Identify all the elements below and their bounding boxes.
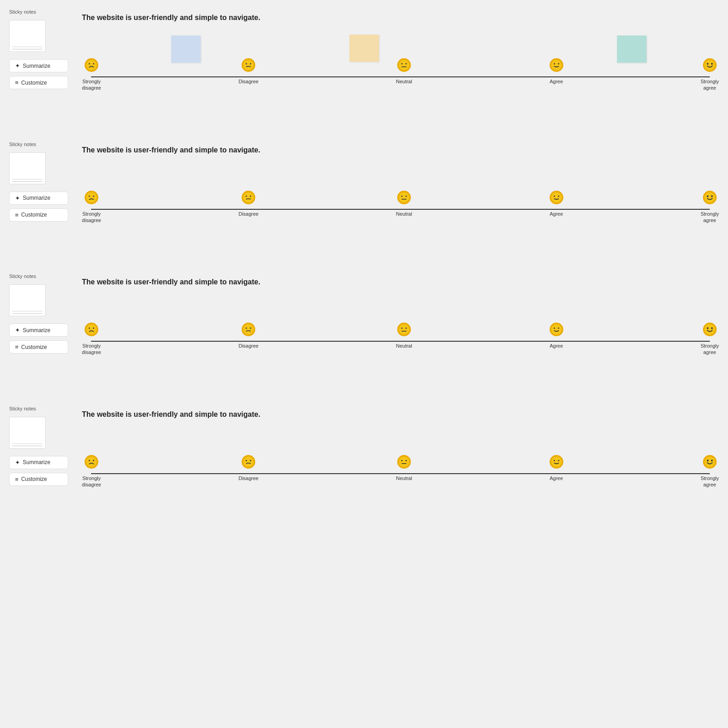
svg-point-23	[405, 195, 407, 197]
svg-point-28	[707, 195, 708, 197]
emoji-face-5	[703, 58, 717, 72]
scale-label-4: Agree	[550, 343, 563, 349]
customize-button[interactable]: ≡Customize	[9, 473, 68, 486]
emoji-face-1	[85, 191, 98, 204]
svg-point-6	[399, 60, 410, 71]
sticky-note-3[interactable]	[617, 35, 647, 63]
sidebar: Sticky notes✦Summarize≡Customize	[9, 273, 68, 354]
svg-point-14	[711, 63, 713, 65]
sticky-note-1[interactable]	[171, 35, 201, 63]
svg-point-25	[554, 195, 555, 197]
customize-button[interactable]: ≡Customize	[9, 76, 68, 89]
scale-point-1[interactable]: Strongly disagree	[82, 323, 101, 356]
scale-point-3[interactable]: Neutral	[396, 323, 412, 356]
svg-point-2	[93, 63, 94, 65]
svg-point-35	[250, 328, 251, 329]
customize-label: Customize	[21, 212, 47, 218]
customize-label: Customize	[21, 476, 47, 482]
summarize-button[interactable]: ✦Summarize	[9, 456, 68, 469]
scale-point-2[interactable]: Disagree	[238, 323, 258, 356]
svg-point-53	[405, 460, 407, 461]
summarize-button[interactable]: ✦Summarize	[9, 59, 68, 72]
summarize-button[interactable]: ✦Summarize	[9, 192, 68, 205]
scale-point-5[interactable]: Strongly agree	[701, 323, 719, 356]
scale-label-1: Strongly disagree	[82, 78, 101, 91]
scale-points: Strongly disagreeDisagreeNeutralAgreeStr…	[82, 191, 719, 224]
scale-point-3[interactable]: Neutral	[396, 455, 412, 488]
scale-point-2[interactable]: Disagree	[238, 191, 258, 224]
scale-point-3[interactable]: Neutral	[396, 58, 412, 91]
svg-point-57	[704, 456, 715, 467]
scale-label-4: Agree	[550, 78, 563, 85]
svg-point-19	[246, 195, 247, 197]
svg-point-8	[405, 63, 407, 65]
svg-point-47	[93, 460, 94, 461]
emoji-face-1	[85, 323, 98, 336]
svg-point-59	[711, 460, 713, 461]
question-title: The website is user-friendly and simple …	[82, 146, 719, 154]
scale-point-4[interactable]: Agree	[550, 58, 563, 91]
emoji-face-3	[397, 191, 411, 204]
scale-label-4: Agree	[550, 211, 563, 217]
svg-point-7	[401, 63, 403, 65]
svg-point-21	[399, 192, 410, 203]
customize-button[interactable]: ≡Customize	[9, 208, 68, 222]
scale-point-3[interactable]: Neutral	[396, 191, 412, 224]
scale-points: Strongly disagreeDisagreeNeutralAgreeStr…	[82, 323, 719, 356]
scale-label-1: Strongly disagree	[82, 211, 101, 224]
svg-point-49	[246, 460, 247, 461]
scale-point-4[interactable]: Agree	[550, 455, 563, 488]
emoji-face-5	[703, 455, 717, 469]
survey-block-2: Sticky notes✦Summarize≡CustomizeThe webs…	[9, 142, 719, 247]
scale-label-4: Agree	[550, 475, 563, 481]
sticky-notes-label: Sticky notes	[9, 406, 68, 411]
scale-label-3: Neutral	[396, 211, 412, 217]
summarize-button[interactable]: ✦Summarize	[9, 324, 68, 337]
scale-point-1[interactable]: Strongly disagree	[82, 191, 101, 224]
svg-point-33	[243, 324, 254, 335]
emoji-face-3	[397, 323, 411, 336]
emoji-face-1	[85, 455, 98, 469]
scale-point-2[interactable]: Disagree	[238, 58, 258, 91]
scale-points: Strongly disagreeDisagreeNeutralAgreeStr…	[82, 455, 719, 488]
emoji-face-2	[242, 323, 255, 336]
svg-point-41	[558, 328, 559, 329]
customize-icon: ≡	[15, 344, 19, 350]
svg-point-40	[554, 328, 555, 329]
scale-points: Strongly disagreeDisagreeNeutralAgreeStr…	[82, 58, 719, 91]
scale-label-5: Strongly agree	[701, 78, 719, 91]
sticky-note-2[interactable]	[349, 35, 379, 62]
survey-block-4: Sticky notes✦Summarize≡CustomizeThe webs…	[9, 406, 719, 511]
scale-point-2[interactable]: Disagree	[238, 455, 258, 488]
sidebar: Sticky notes✦Summarize≡Customize	[9, 142, 68, 222]
svg-point-3	[243, 60, 254, 71]
emoji-face-5	[703, 323, 717, 336]
emoji-face-5	[703, 191, 717, 204]
svg-point-13	[707, 63, 708, 65]
svg-point-17	[93, 195, 94, 197]
scale-point-5[interactable]: Strongly agree	[701, 455, 719, 488]
scale-point-5[interactable]: Strongly agree	[701, 58, 719, 91]
sticky-notes-label: Sticky notes	[9, 9, 68, 15]
scale-point-4[interactable]: Agree	[550, 191, 563, 224]
sticky-notes-label: Sticky notes	[9, 142, 68, 147]
scale-label-2: Disagree	[238, 78, 258, 85]
scale-point-5[interactable]: Strongly agree	[701, 191, 719, 224]
likert-scale-wrapper: Strongly disagreeDisagreeNeutralAgreeStr…	[82, 40, 719, 114]
likert-scale-wrapper: Strongly disagreeDisagreeNeutralAgreeStr…	[82, 304, 719, 379]
scale-point-1[interactable]: Strongly disagree	[82, 58, 101, 91]
scale-point-1[interactable]: Strongly disagree	[82, 455, 101, 488]
summarize-label: Summarize	[23, 327, 51, 334]
sticky-notes-label: Sticky notes	[9, 273, 68, 279]
sticky-notes-preview	[9, 284, 46, 316]
svg-point-34	[246, 328, 247, 329]
scale-point-4[interactable]: Agree	[550, 323, 563, 356]
svg-point-10	[554, 63, 555, 65]
svg-point-43	[707, 328, 708, 329]
customize-button[interactable]: ≡Customize	[9, 340, 68, 354]
svg-point-56	[558, 460, 559, 461]
emoji-face-2	[242, 191, 255, 204]
main-content: The website is user-friendly and simple …	[82, 273, 719, 379]
sidebar: Sticky notes✦Summarize≡Customize	[9, 406, 68, 486]
svg-point-27	[704, 192, 715, 203]
